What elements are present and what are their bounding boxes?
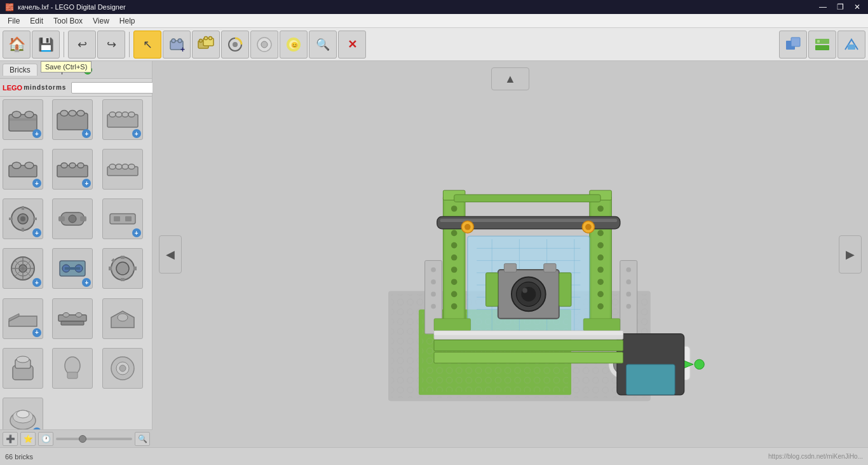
svg-rect-26 bbox=[9, 118, 37, 121]
brick-item[interactable] bbox=[102, 149, 143, 190]
snap-view-button[interactable] bbox=[779, 31, 807, 59]
zoom-thumb[interactable] bbox=[79, 435, 86, 443]
tab-bricks[interactable]: Bricks bbox=[3, 64, 37, 76]
panel-tabs: Bricks Groups bbox=[0, 61, 152, 79]
svg-rect-51 bbox=[22, 206, 24, 210]
menu-edit[interactable]: Edit bbox=[25, 15, 48, 27]
layout-button[interactable] bbox=[808, 31, 836, 59]
toolbar-separator-2 bbox=[129, 32, 130, 57]
brick-item[interactable]: + bbox=[3, 298, 43, 339]
mindstorms-bar: LEGO mindstorms ◀ bbox=[0, 79, 152, 97]
brick-item[interactable]: + bbox=[3, 149, 43, 190]
svg-point-107 bbox=[451, 205, 458, 212]
brick-item[interactable]: + bbox=[102, 99, 143, 140]
bottom-panel-tabs: ➕ ⭐ 🕐 🔍 bbox=[0, 429, 153, 447]
brick-item[interactable] bbox=[52, 198, 93, 239]
svg-rect-157 bbox=[626, 364, 675, 394]
svg-point-113 bbox=[451, 279, 458, 285]
clone-button[interactable] bbox=[192, 31, 220, 59]
restore-button[interactable]: ❐ bbox=[834, 3, 846, 11]
svg-point-44 bbox=[109, 164, 116, 169]
svg-rect-72 bbox=[65, 267, 80, 270]
share-button[interactable] bbox=[837, 31, 865, 59]
nav-left-button[interactable]: ◀ bbox=[159, 235, 182, 274]
svg-point-40 bbox=[61, 163, 67, 168]
brick-add-icon: + bbox=[132, 129, 141, 138]
brick-item[interactable]: + bbox=[102, 198, 143, 239]
titlebar-controls: — ❐ ✕ bbox=[817, 3, 863, 11]
home-button[interactable]: 🏠 bbox=[3, 31, 31, 59]
brick-item[interactable] bbox=[102, 248, 143, 289]
nav-right-button[interactable]: ▶ bbox=[839, 235, 862, 274]
brick-item[interactable] bbox=[3, 348, 43, 389]
svg-rect-174 bbox=[544, 263, 556, 272]
brick-search-input[interactable] bbox=[71, 82, 165, 94]
svg-rect-158 bbox=[434, 318, 471, 330]
nav-up-button[interactable]: ▲ bbox=[491, 67, 529, 90]
svg-rect-83 bbox=[61, 321, 84, 325]
close-button[interactable]: ✕ bbox=[851, 3, 863, 11]
flex-button[interactable] bbox=[250, 31, 278, 59]
svg-point-120 bbox=[597, 230, 604, 236]
select-tool-button[interactable]: ↖ bbox=[133, 31, 161, 59]
svg-point-118 bbox=[597, 205, 604, 212]
undo-button[interactable]: ↩ bbox=[68, 31, 96, 59]
svg-point-33 bbox=[116, 112, 122, 117]
svg-rect-22 bbox=[848, 45, 855, 50]
svg-point-37 bbox=[12, 162, 21, 169]
brick-item[interactable]: + bbox=[52, 149, 93, 190]
svg-point-131 bbox=[626, 303, 631, 309]
mindstorms-logo: LEGO mindstorms bbox=[3, 84, 66, 92]
svg-rect-18 bbox=[791, 38, 800, 46]
tab-groups[interactable]: Groups bbox=[37, 64, 76, 76]
redo-button[interactable]: ↪ bbox=[97, 31, 125, 59]
lego-logo: LEGO bbox=[3, 84, 22, 92]
menu-toolbox[interactable]: Tool Box bbox=[48, 15, 88, 27]
svg-point-46 bbox=[122, 164, 128, 169]
svg-rect-175 bbox=[486, 272, 498, 306]
search-zoom-button[interactable]: 🔍 bbox=[309, 31, 337, 59]
minimize-button[interactable]: — bbox=[817, 3, 829, 11]
main-toolbar: 🏠 💾 ↩ ↪ ↖ + 😊 bbox=[0, 28, 868, 61]
save-button[interactable]: 💾 bbox=[32, 31, 60, 59]
brick-item[interactable]: + bbox=[3, 248, 43, 289]
brick-add-icon: + bbox=[32, 278, 41, 287]
svg-point-24 bbox=[12, 111, 21, 118]
svg-point-128 bbox=[626, 267, 631, 272]
brick-item[interactable]: + bbox=[52, 99, 93, 140]
svg-point-136 bbox=[431, 303, 436, 309]
brick-item[interactable] bbox=[102, 348, 143, 389]
menu-help[interactable]: Help bbox=[114, 15, 140, 27]
svg-rect-159 bbox=[583, 318, 620, 330]
brick-add-icon: + bbox=[32, 129, 41, 138]
canvas-area[interactable]: ▲ ◀ ▶ bbox=[153, 61, 868, 447]
svg-rect-60 bbox=[114, 216, 120, 221]
brick-item[interactable] bbox=[52, 348, 93, 389]
brick-item[interactable]: + bbox=[52, 248, 93, 289]
svg-point-115 bbox=[451, 303, 458, 309]
delete-button[interactable]: ✕ bbox=[338, 31, 366, 59]
brick-item[interactable] bbox=[52, 298, 93, 339]
paint-button[interactable]: 😊 bbox=[280, 31, 308, 59]
zoom-slider[interactable] bbox=[56, 438, 132, 440]
add-brick-button[interactable]: + bbox=[163, 31, 191, 59]
tab-color[interactable] bbox=[76, 64, 99, 76]
brick-item[interactable]: + bbox=[3, 99, 43, 140]
brick-add-icon: + bbox=[32, 328, 41, 337]
zoom-icon[interactable]: 🔍 bbox=[135, 432, 150, 446]
brick-item[interactable] bbox=[102, 298, 143, 339]
menu-view[interactable]: View bbox=[88, 15, 114, 27]
menu-file[interactable]: File bbox=[3, 15, 25, 27]
hinge-button[interactable] bbox=[221, 31, 249, 59]
svg-point-112 bbox=[451, 267, 458, 273]
svg-point-1 bbox=[172, 39, 175, 43]
svg-point-45 bbox=[116, 164, 122, 169]
favorites-button[interactable]: ⭐ bbox=[20, 432, 36, 446]
statusbar: 66 bricks https://blog.csdn.net/miKenJiH… bbox=[0, 447, 868, 465]
add-brick-bottom-button[interactable]: ➕ bbox=[3, 432, 18, 446]
titlebar: 🧱 качель.lxf - LEGO Digital Designer — ❐… bbox=[0, 0, 868, 14]
svg-rect-61 bbox=[125, 216, 132, 221]
svg-point-165 bbox=[465, 224, 471, 230]
brick-item[interactable]: + bbox=[3, 198, 43, 239]
recent-button[interactable]: 🕐 bbox=[38, 432, 53, 446]
